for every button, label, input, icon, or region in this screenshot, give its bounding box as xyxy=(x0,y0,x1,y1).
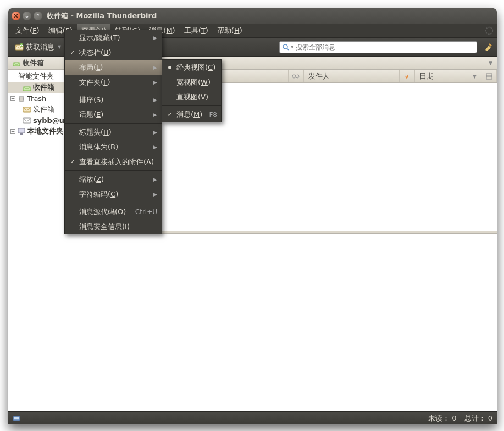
menu-separator xyxy=(65,123,162,124)
inbox-icon xyxy=(23,83,31,92)
svg-rect-9 xyxy=(23,118,31,123)
close-window-button[interactable] xyxy=(12,12,20,20)
splitter[interactable] xyxy=(118,231,497,234)
menu-item[interactable]: 宽视图(W) xyxy=(162,75,221,89)
menu-item[interactable]: 经典视图(C) xyxy=(162,60,221,75)
smart-label: 智能文件夹 xyxy=(18,71,54,81)
maximize-window-button[interactable] xyxy=(34,12,42,20)
menu-item[interactable]: 排序(S)▶ xyxy=(65,92,162,107)
menu-separator xyxy=(65,170,162,171)
trash-label: Trash xyxy=(27,94,46,103)
online-status-icon[interactable] xyxy=(13,415,20,422)
menu-item[interactable]: 消息安全信息(I) xyxy=(65,219,162,234)
total-count: 总计： 0 xyxy=(464,413,492,423)
get-messages-label: 获取消息 xyxy=(26,42,54,52)
svg-point-0 xyxy=(486,27,493,34)
folder-pane-title: 收件箱 xyxy=(23,58,44,68)
computer-icon xyxy=(17,127,26,136)
trash-icon xyxy=(17,94,26,103)
get-mail-icon xyxy=(15,43,24,52)
col-date[interactable]: 日期▼ xyxy=(415,70,481,82)
get-messages-button[interactable]: 获取消息 ▼ xyxy=(12,41,64,54)
col-sender[interactable]: 发件人 xyxy=(304,70,400,82)
outbox-icon xyxy=(23,105,31,114)
menu-item[interactable]: 字符编码(C)▶ xyxy=(65,187,162,201)
local-label: 本地文件夹 xyxy=(27,126,63,136)
submenu-arrow-icon: ▶ xyxy=(153,80,157,85)
menu-item[interactable]: 布局(L)▶ xyxy=(65,60,162,75)
svg-rect-7 xyxy=(19,96,24,97)
submenu-arrow-icon: ▶ xyxy=(153,192,157,197)
submenu-arrow-icon: ▶ xyxy=(153,97,157,103)
svg-rect-14 xyxy=(486,74,492,79)
broom-icon[interactable] xyxy=(484,42,494,52)
menu-separator xyxy=(65,203,162,203)
menu-f[interactable]: 文件(F) xyxy=(11,24,44,38)
column-picker-icon xyxy=(486,73,492,80)
menu-item[interactable]: 显示/隐藏(T)▶ xyxy=(65,30,162,45)
outbox-label: 发件箱 xyxy=(33,104,54,114)
col-picker[interactable] xyxy=(481,70,497,82)
menu-t[interactable]: 工具(T) xyxy=(180,24,213,38)
titlebar: 收件箱 - Mozilla Thunderbird xyxy=(8,8,497,24)
search-input[interactable] xyxy=(293,43,474,51)
chevron-down-icon: ▼ xyxy=(58,44,61,49)
menu-item[interactable]: 标题头(H)▶ xyxy=(65,125,162,139)
submenu-arrow-icon: ▶ xyxy=(153,177,157,182)
col-read[interactable] xyxy=(289,70,304,82)
menu-separator xyxy=(65,91,162,91)
menu-item[interactable]: 话题(E)▶ xyxy=(65,107,162,122)
expand-icon[interactable]: + xyxy=(10,96,15,101)
submenu-arrow-icon: ▶ xyxy=(153,130,157,135)
minimize-window-button[interactable] xyxy=(23,12,31,20)
flame-icon xyxy=(403,73,410,80)
inbox-label: 收件箱 xyxy=(33,82,54,92)
col-junk[interactable] xyxy=(400,70,415,82)
svg-point-12 xyxy=(292,75,296,78)
window-title: 收件箱 - Mozilla Thunderbird xyxy=(47,11,157,21)
mail-icon xyxy=(23,116,31,125)
menu-h[interactable]: 帮助(H) xyxy=(213,24,247,38)
menu-item[interactable]: 消息体为(B)▶ xyxy=(65,139,162,154)
message-preview xyxy=(118,234,497,411)
submenu-arrow-icon: ▶ xyxy=(153,144,157,150)
svg-point-13 xyxy=(296,75,299,78)
svg-point-4 xyxy=(283,44,287,49)
svg-rect-16 xyxy=(14,417,19,419)
expand-icon[interactable]: + xyxy=(10,129,15,134)
inbox-icon xyxy=(13,59,20,67)
glasses-icon xyxy=(292,74,300,79)
submenu-arrow-icon: ▶ xyxy=(153,35,157,41)
menu-item[interactable]: 消息源代码(O)Ctrl+U xyxy=(65,204,162,219)
svg-rect-11 xyxy=(20,133,23,135)
svg-rect-10 xyxy=(18,128,25,133)
activity-throbber-icon xyxy=(484,26,494,36)
search-icon xyxy=(282,43,290,51)
submenu-arrow-icon: ▶ xyxy=(153,112,157,117)
unread-count: 未读： 0 xyxy=(428,413,456,423)
layout-submenu-popup: 经典视图(C)宽视图(W)直视图(V)✓消息(M)F8 xyxy=(162,59,222,122)
search-box[interactable]: ▼ xyxy=(279,41,477,53)
menu-item[interactable]: ✓查看直接插入的附件(A) xyxy=(65,154,162,169)
menu-item[interactable]: 直视图(V) xyxy=(162,89,221,104)
svg-rect-8 xyxy=(23,107,31,112)
view-menu-popup: 显示/隐藏(T)▶✓状态栏(U)布局(L)▶文件夹(F)▶排序(S)▶话题(E)… xyxy=(64,30,162,234)
menu-item[interactable]: ✓状态栏(U) xyxy=(65,45,162,60)
menu-item[interactable]: ✓消息(M)F8 xyxy=(162,107,221,122)
menu-item[interactable]: 文件夹(F)▶ xyxy=(65,75,162,89)
menu-separator xyxy=(162,105,221,106)
statusbar: 未读： 0 总计： 0 xyxy=(8,411,497,424)
app-window: 收件箱 - Mozilla Thunderbird 文件(F)编辑(E)查看(V… xyxy=(8,8,497,424)
chevron-down-icon[interactable]: ▼ xyxy=(489,60,492,66)
menu-item[interactable]: 缩放(Z)▶ xyxy=(65,172,162,187)
submenu-arrow-icon: ▶ xyxy=(153,65,157,70)
